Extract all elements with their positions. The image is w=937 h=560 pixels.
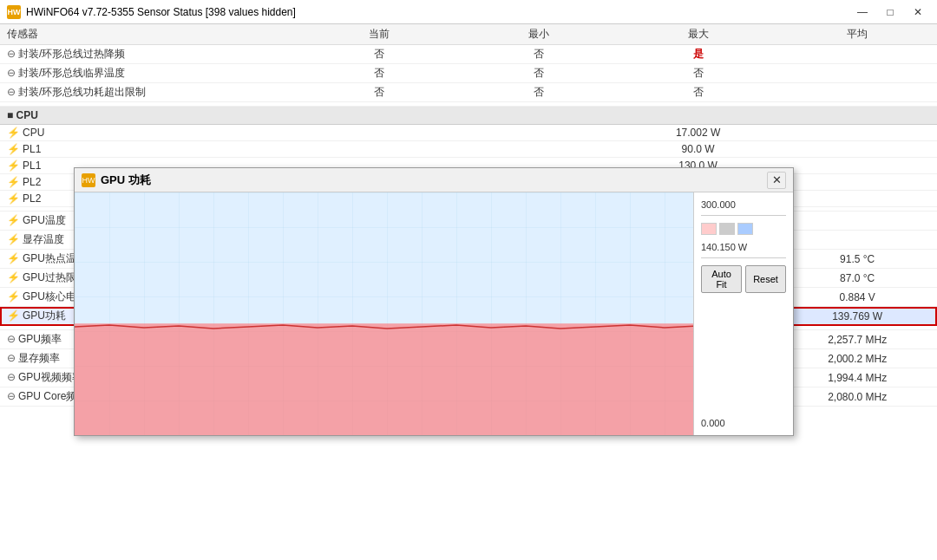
sensor-avg: 2,080.0 MHz — [777, 387, 937, 407]
sensor-max: 否 — [619, 83, 778, 102]
sensor-max: 是 — [619, 45, 778, 64]
sensor-avg — [777, 231, 937, 250]
svg-rect-2 — [75, 323, 693, 435]
popup-right-panel: 300.000 140.150 W Auto Fit Reset 0.000 — [693, 192, 793, 435]
thunder-icon: ⚡ — [7, 176, 20, 188]
section-header: ■ CPU — [0, 107, 937, 125]
color-swatches — [701, 223, 786, 235]
sensor-avg: 2,000.2 MHz — [777, 349, 937, 368]
minus-circle-icon: ⊖ — [7, 371, 16, 383]
minus-circle-icon: ⊖ — [7, 333, 16, 345]
gpu-power-popup: HW GPU 功耗 ✕ — [74, 167, 794, 436]
sensor-avg — [777, 191, 937, 207]
sensor-avg: 87.0 °C — [777, 269, 937, 288]
thunder-icon: ⚡ — [7, 127, 20, 139]
thunder-icon: ⚡ — [7, 143, 20, 155]
sensor-avg — [777, 125, 937, 141]
y-axis-bottom: 0.000 — [701, 418, 786, 428]
sensor-max: 17.002 W — [619, 125, 778, 141]
thunder-icon: ⚡ — [7, 233, 20, 245]
sensor-name: ⊖封装/环形总线功耗超出限制 — [0, 83, 300, 102]
window-title: HWiNFO64 v7.72-5355 Sensor Status [398 v… — [26, 6, 296, 18]
col-min: 最小 — [459, 24, 619, 45]
sensor-min — [459, 141, 619, 158]
y-axis-mid: 140.150 W — [701, 242, 786, 258]
popup-app-icon: HW — [82, 173, 95, 187]
app-icon: HW — [7, 5, 21, 19]
col-max: 最大 — [619, 24, 778, 45]
popup-title-left: HW GPU 功耗 — [82, 173, 151, 188]
popup-body: 300.000 140.150 W Auto Fit Reset 0.000 — [75, 192, 793, 435]
table-row[interactable]: ⚡CPU 17.002 W — [0, 125, 937, 141]
popup-buttons: Auto Fit Reset — [701, 265, 786, 293]
thunder-icon: ⚡ — [7, 214, 20, 226]
sensor-avg — [777, 158, 937, 174]
sensor-max: 否 — [619, 64, 778, 83]
sensor-current — [300, 125, 460, 141]
col-sensor: 传感器 — [0, 24, 300, 45]
swatch-blue — [737, 223, 753, 235]
col-current: 当前 — [300, 24, 460, 45]
minus-circle-icon: ⊖ — [7, 390, 16, 402]
table-row[interactable]: ⊖封装/环形总线临界温度 否 否 否 — [0, 64, 937, 83]
sensor-avg: 139.769 W — [777, 307, 937, 326]
title-bar-left: HW HWiNFO64 v7.72-5355 Sensor Status [39… — [7, 5, 296, 19]
sensor-avg: 1,994.4 MHz — [777, 368, 937, 387]
sensor-avg: 2,257.7 MHz — [777, 330, 937, 349]
sensor-current — [300, 141, 460, 158]
sensor-avg: 0.884 V — [777, 288, 937, 307]
reset-button[interactable]: Reset — [745, 265, 786, 293]
sensor-avg — [777, 64, 937, 83]
sensor-min: 否 — [459, 64, 619, 83]
sensor-avg — [777, 45, 937, 64]
thunder-icon: ⚡ — [7, 290, 20, 303]
sensor-avg — [777, 212, 937, 231]
swatch-pink — [701, 223, 717, 235]
popup-title-bar: HW GPU 功耗 ✕ — [75, 168, 793, 192]
popup-title: GPU 功耗 — [101, 173, 151, 188]
sensor-name: ⚡CPU — [0, 125, 300, 141]
table-row[interactable]: ⊖封装/环形总线过热降频 否 否 是 — [0, 45, 937, 64]
sensor-avg — [777, 174, 937, 191]
thunder-icon: ⚡ — [7, 271, 20, 283]
minus-circle-icon: ⊖ — [7, 67, 16, 79]
table-row[interactable]: ⚡PL1 90.0 W — [0, 141, 937, 158]
sensor-avg: 91.5 °C — [777, 250, 937, 269]
minus-circle-icon: ⊖ — [7, 86, 16, 98]
minimize-button[interactable]: — — [850, 3, 875, 21]
col-avg: 平均 — [777, 24, 937, 45]
auto-fit-button[interactable]: Auto Fit — [701, 265, 742, 293]
thunder-icon: ⚡ — [7, 309, 20, 322]
sensor-min — [459, 125, 619, 141]
close-button[interactable]: ✕ — [906, 3, 930, 21]
sensor-min: 否 — [459, 45, 619, 64]
minus-circle-icon: ⊖ — [7, 48, 16, 60]
swatch-gray — [719, 223, 735, 235]
sensor-avg — [777, 83, 937, 102]
sensor-name: ⚡PL1 — [0, 141, 300, 158]
sensor-min: 否 — [459, 83, 619, 102]
thunder-icon: ⚡ — [7, 192, 20, 205]
sensor-name: ⊖封装/环形总线临界温度 — [0, 64, 300, 83]
minus-circle-icon: ⊖ — [7, 352, 16, 364]
thunder-icon: ⚡ — [7, 160, 20, 172]
title-bar-controls: — □ ✕ — [850, 3, 930, 21]
sensor-name: ⊖封装/环形总线过热降频 — [0, 45, 300, 64]
gpu-chart-area — [75, 192, 693, 435]
sensor-avg — [777, 141, 937, 158]
sensor-max: 90.0 W — [619, 141, 778, 158]
maximize-button[interactable]: □ — [878, 3, 902, 21]
main-content: 传感器 当前 最小 最大 平均 ⊖封装/环形总线过热降频 否 否 是 ⊖封装/环… — [0, 24, 937, 560]
gpu-chart-svg — [75, 192, 693, 435]
sensor-current: 否 — [300, 64, 460, 83]
title-bar: HW HWiNFO64 v7.72-5355 Sensor Status [39… — [0, 0, 937, 24]
popup-close-button[interactable]: ✕ — [767, 172, 786, 189]
thunder-icon: ⚡ — [7, 252, 20, 264]
sensor-current: 否 — [300, 83, 460, 102]
sensor-current: 否 — [300, 45, 460, 64]
table-row[interactable]: ⊖封装/环形总线功耗超出限制 否 否 否 — [0, 83, 937, 102]
y-axis-top: 300.000 — [701, 199, 786, 216]
